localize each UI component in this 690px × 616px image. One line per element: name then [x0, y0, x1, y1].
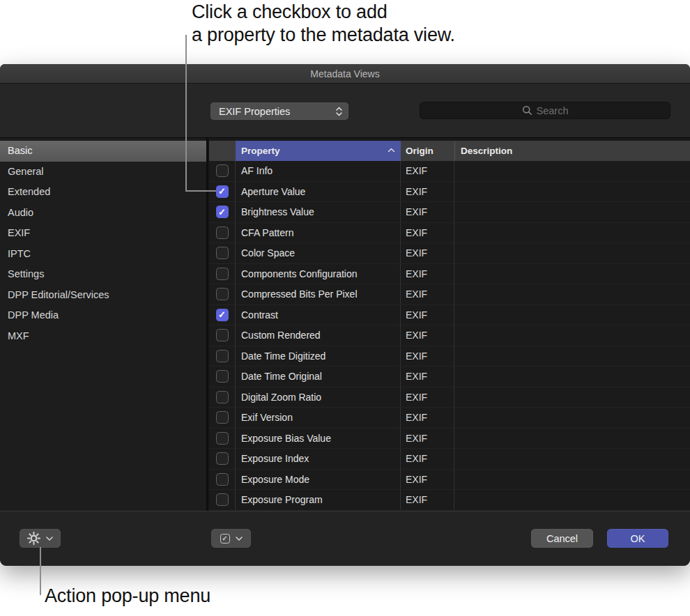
- row-checkbox[interactable]: ✓: [216, 185, 229, 198]
- description-cell: [454, 367, 690, 387]
- origin-cell: EXIF: [401, 305, 454, 325]
- description-cell: [454, 408, 690, 428]
- table-row: Date Time DigitizedEXIF: [209, 346, 690, 367]
- checkbox-cell: [209, 408, 236, 428]
- origin-cell: EXIF: [401, 202, 454, 222]
- window-titlebar[interactable]: Metadata Views: [0, 64, 690, 84]
- sidebar-item-general[interactable]: General: [0, 162, 206, 183]
- row-checkbox[interactable]: [216, 432, 229, 445]
- row-checkbox[interactable]: [216, 411, 229, 424]
- checkbox-menu-icon: ✓: [220, 534, 230, 544]
- table-row: ✓ContrastEXIF: [209, 305, 690, 326]
- callout-line-bottom-vertical: [40, 547, 41, 595]
- sidebar-item-extended[interactable]: Extended: [0, 182, 206, 203]
- metadata-view-dropdown[interactable]: EXIF Properties: [210, 102, 348, 120]
- column-header-description[interactable]: Description: [454, 141, 690, 161]
- sidebar-item-iptc[interactable]: IPTC: [0, 244, 206, 265]
- origin-cell: EXIF: [401, 387, 454, 408]
- sidebar-item-exif[interactable]: EXIF: [0, 223, 206, 244]
- origin-cell: EXIF: [401, 429, 454, 449]
- row-checkbox[interactable]: [216, 473, 229, 486]
- row-checkbox[interactable]: [216, 493, 229, 506]
- row-checkbox[interactable]: ✓: [216, 206, 229, 218]
- sidebar-item-dpp-media[interactable]: DPP Media: [0, 305, 206, 326]
- window-title: Metadata Views: [310, 68, 379, 79]
- callout-line-top-vertical: [185, 35, 187, 192]
- property-cell: Exposure Bias Value: [236, 429, 401, 449]
- checkbox-cell: [209, 367, 236, 387]
- property-cell: Contrast: [236, 305, 401, 325]
- chevron-down-icon: [236, 537, 243, 541]
- property-cell: Color Space: [236, 243, 401, 263]
- description-cell: [454, 470, 690, 490]
- sidebar-item-basic[interactable]: Basic: [0, 141, 206, 162]
- description-cell: [454, 490, 690, 510]
- property-cell: Exposure Index: [236, 449, 401, 469]
- ok-button[interactable]: OK: [607, 529, 668, 548]
- checkbox-cell: [209, 325, 236, 346]
- row-checkbox[interactable]: [216, 452, 229, 465]
- property-cell: CFA Pattern: [236, 223, 401, 243]
- property-cell: Digital Zoom Ratio: [236, 387, 401, 408]
- table-row: Exposure ModeEXIF: [209, 470, 690, 491]
- table-row: Compressed Bits Per PixelEXIF: [209, 284, 690, 305]
- row-checkbox[interactable]: [216, 350, 229, 362]
- annotation-line-2: a property to the metadata view.: [192, 24, 455, 47]
- search-icon: [522, 105, 532, 116]
- column-header-property-label: Property: [241, 146, 280, 156]
- checkbox-popup-button[interactable]: ✓: [211, 529, 251, 548]
- checkbox-cell: [209, 346, 236, 367]
- origin-cell: EXIF: [401, 264, 454, 284]
- properties-table: Property Origin Description AF InfoEXIF✓…: [209, 138, 690, 511]
- origin-cell: EXIF: [401, 325, 454, 346]
- row-checkbox[interactable]: [216, 288, 229, 300]
- row-checkbox[interactable]: [216, 226, 229, 239]
- row-checkbox[interactable]: [216, 391, 229, 403]
- property-cell: Date Time Digitized: [236, 346, 401, 367]
- table-row: AF InfoEXIF: [209, 161, 690, 182]
- row-checkbox[interactable]: ✓: [216, 309, 229, 321]
- table-row: Components ConfigurationEXIF: [209, 264, 690, 285]
- origin-cell: EXIF: [401, 449, 454, 469]
- row-checkbox[interactable]: [216, 370, 229, 383]
- action-popup-button[interactable]: [20, 529, 61, 548]
- chevron-up-down-icon: [335, 106, 343, 117]
- column-header-origin[interactable]: Origin: [401, 141, 454, 161]
- row-checkbox[interactable]: [216, 247, 229, 259]
- origin-cell: EXIF: [401, 223, 454, 243]
- column-header-checkbox[interactable]: [209, 141, 236, 161]
- description-cell: [454, 264, 690, 284]
- sidebar-item-settings[interactable]: Settings: [0, 264, 206, 285]
- annotation-line-1: Click a checkbox to add: [192, 1, 455, 24]
- description-cell: [454, 243, 690, 263]
- annotation-checkbox-help: Click a checkbox to add a property to th…: [192, 1, 455, 47]
- property-cell: Aperture Value: [236, 182, 401, 202]
- property-cell: Custom Rendered: [236, 325, 401, 346]
- sidebar-item-audio[interactable]: Audio: [0, 203, 206, 224]
- checkbox-cell: [209, 284, 236, 305]
- checkbox-cell: [209, 243, 236, 263]
- description-cell: [454, 449, 690, 469]
- table-row: Color SpaceEXIF: [209, 243, 690, 264]
- table-row: Date Time OriginalEXIF: [209, 367, 690, 387]
- callout-line-top-horizontal: [185, 190, 216, 192]
- search-input[interactable]: Search: [420, 102, 670, 119]
- sidebar-item-dpp-editorial-services[interactable]: DPP Editorial/Services: [0, 285, 206, 306]
- checkbox-cell: [209, 223, 236, 243]
- sort-ascending-icon: [388, 148, 395, 153]
- sidebar-item-mxf[interactable]: MXF: [0, 326, 206, 347]
- table-row: Exposure Bias ValueEXIF: [209, 429, 690, 449]
- column-header-property[interactable]: Property: [236, 141, 401, 161]
- row-checkbox[interactable]: [216, 268, 229, 280]
- origin-cell: EXIF: [401, 243, 454, 263]
- property-cell: Compressed Bits Per Pixel: [236, 284, 401, 305]
- table-row: ✓Aperture ValueEXIF: [209, 182, 690, 203]
- property-cell: Brightness Value: [236, 202, 401, 222]
- row-checkbox[interactable]: [216, 329, 229, 341]
- origin-cell: EXIF: [401, 346, 454, 367]
- property-cell: Components Configuration: [236, 264, 401, 284]
- description-cell: [454, 346, 690, 367]
- cancel-button[interactable]: Cancel: [531, 529, 593, 548]
- property-cell: Exif Version: [236, 408, 401, 428]
- row-checkbox[interactable]: [216, 164, 229, 177]
